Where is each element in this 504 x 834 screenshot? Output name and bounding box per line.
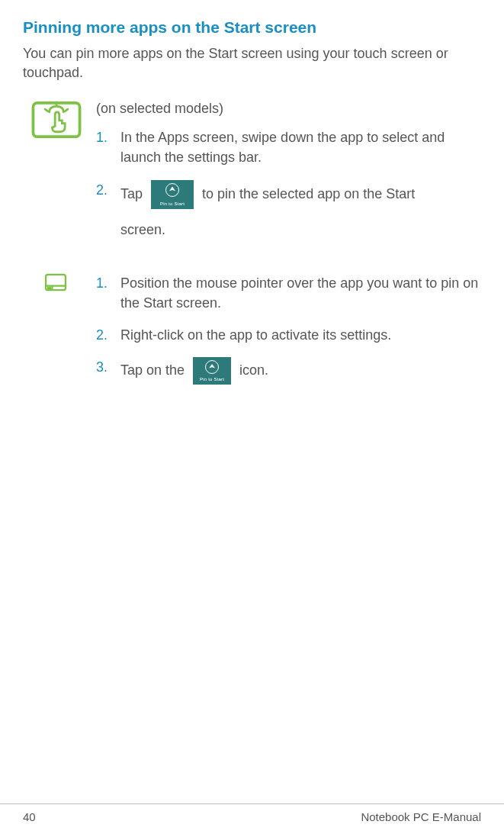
page-number: 40 xyxy=(23,810,36,823)
touch-content: (on selected models) 1. In the Apps scre… xyxy=(96,101,481,251)
touch-note: (on selected models) xyxy=(96,101,481,117)
step-number: 2. xyxy=(96,325,120,345)
touchpad-icon-col xyxy=(23,273,96,295)
touch-step-1: 1. In the Apps screen, swipe down the ap… xyxy=(96,127,481,167)
touch-step-2: 2. Tap Pin to Start to pin the selected … xyxy=(96,180,481,240)
step-number: 3. xyxy=(96,357,120,377)
pin-to-start-icon: Pin to Start xyxy=(151,180,194,209)
step-number: 1. xyxy=(96,273,120,293)
touchpad-icon xyxy=(44,273,67,291)
touchscreen-icon xyxy=(30,101,82,139)
step-text: In the Apps screen, swipe down the app t… xyxy=(120,127,481,167)
pin-tile-label: Pin to Start xyxy=(151,201,194,208)
manual-title: Notebook PC E-Manual xyxy=(361,810,481,823)
intro-paragraph: You can pin more apps on the Start scree… xyxy=(23,44,481,82)
step-text: Position the mouse pointer over the app … xyxy=(120,273,481,313)
pin-tile-label: Pin to Start xyxy=(193,376,231,383)
step-text-post: to pin the selected app on the Start xyxy=(202,185,415,201)
step-text-line2: screen. xyxy=(120,220,481,240)
svg-line-1 xyxy=(45,109,48,111)
step-text: Tap Pin to Start to pin the selected app… xyxy=(120,180,481,240)
step-number: 2. xyxy=(96,180,120,200)
touch-section: (on selected models) 1. In the Apps scre… xyxy=(23,101,481,251)
touchpad-content: 1. Position the mouse pointer over the a… xyxy=(96,273,481,397)
touchpad-step-3: 3. Tap on the Pin to Start icon. xyxy=(96,357,481,385)
step-text: Tap on the Pin to Start icon. xyxy=(120,357,481,385)
touchpad-section: 1. Position the mouse pointer over the a… xyxy=(23,273,481,397)
touchpad-step-2: 2. Right-click on the app to activate it… xyxy=(96,325,481,345)
section-heading: Pinning more apps on the Start screen xyxy=(23,18,481,37)
step-number: 1. xyxy=(96,127,120,147)
svg-line-2 xyxy=(65,109,68,111)
step-text-pre: Tap xyxy=(120,185,146,201)
touch-icon-col xyxy=(23,101,96,142)
touchpad-step-1: 1. Position the mouse pointer over the a… xyxy=(96,273,481,313)
pin-to-start-icon: Pin to Start xyxy=(193,357,231,385)
step-text: Right-click on the app to activate its s… xyxy=(120,325,481,345)
svg-rect-7 xyxy=(47,287,51,289)
step-text-pre: Tap on the xyxy=(120,362,188,378)
step-text-post: icon. xyxy=(239,362,268,378)
page-footer: 40 Notebook PC E-Manual xyxy=(0,803,504,823)
